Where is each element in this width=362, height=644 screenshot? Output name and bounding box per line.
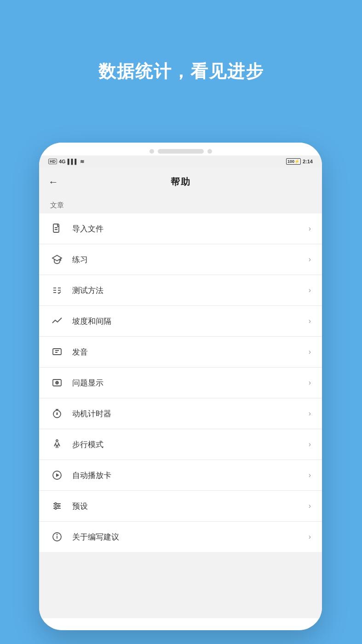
file-icon [50,222,64,236]
timer-icon [50,407,64,420]
header-title: 帮助 [171,176,191,188]
menu-item-walking-mode[interactable]: 步行模式 › [39,429,322,460]
walk-icon [50,437,64,451]
play-icon [50,468,64,482]
test-icon [50,283,64,297]
menu-item-motivation-timer[interactable]: 动机计时器 › [39,398,322,429]
menu-label-motivation-timer: 动机计时器 [72,408,309,419]
phone-sensor-dot [207,149,212,154]
time-display: 2:14 [303,159,313,164]
svg-point-24 [55,503,57,505]
info-icon [50,530,64,544]
sliders-icon [50,499,64,513]
arrow-icon: › [309,348,311,356]
signal-4g: 4G [59,159,66,164]
status-bar: HD 4G ▌▌▌ ≋ 100⚡ 2:14 [39,155,322,167]
arrow-icon: › [309,286,311,294]
app-content: ← 帮助 文章 导入文件 › [39,167,322,618]
section-label: 文章 [39,196,322,213]
menu-item-import-file[interactable]: 导入文件 › [39,213,322,244]
svg-point-18 [56,440,58,442]
svg-point-26 [55,507,57,509]
menu-label-presets: 预设 [72,501,309,512]
page-background: 数据统计，看见进步 HD 4G ▌▌▌ ≋ 100⚡ 2:14 [0,0,362,644]
menu-label-problem-display: 问题显示 [72,378,309,388]
phone-top-bar [39,143,322,155]
svg-rect-9 [53,349,61,355]
menu-label-slope-interval: 坡度和间隔 [72,316,309,327]
menu-label-practice: 练习 [72,254,309,265]
menu-label-writing-tips: 关于编写建议 [72,532,309,542]
menu-item-problem-display[interactable]: 问题显示 › [39,368,322,398]
status-right: 100⚡ 2:14 [286,158,313,165]
chart-icon [50,314,64,328]
arrow-icon: › [309,440,311,448]
svg-marker-20 [56,473,59,477]
arrow-icon: › [309,317,311,325]
arrow-icon: › [309,533,311,541]
svg-point-29 [57,535,57,535]
menu-item-test-method[interactable]: 测试方法 › [39,275,322,306]
menu-label-pronunciation: 发音 [72,347,309,357]
arrow-icon: › [309,224,311,233]
menu-item-slope-interval[interactable]: 坡度和间隔 › [39,306,322,337]
battery-indicator: 100⚡ [286,158,301,165]
page-title: 数据统计，看见进步 [0,0,362,83]
menu-list: 导入文件 › 练习 › 测试方法 › [39,213,322,552]
arrow-icon: › [309,255,311,264]
arrow-icon: › [309,409,311,418]
menu-label-test-method: 测试方法 [72,285,309,296]
graduation-icon [50,253,64,266]
phone-speaker [158,149,204,154]
status-left: HD 4G ▌▌▌ ≋ [48,159,84,165]
menu-item-auto-play[interactable]: 自动播放卡 › [39,460,322,491]
arrow-icon: › [309,502,311,510]
menu-item-writing-tips[interactable]: 关于编写建议 › [39,522,322,552]
menu-label-import-file: 导入文件 [72,224,309,234]
arrow-icon: › [309,379,311,387]
eye-icon [50,376,64,390]
chat-icon [50,345,64,359]
back-button[interactable]: ← [48,176,58,188]
phone-frame: HD 4G ▌▌▌ ≋ 100⚡ 2:14 ← 帮助 文章 [39,143,322,630]
menu-label-walking-mode: 步行模式 [72,439,309,450]
svg-rect-0 [53,224,59,232]
menu-label-auto-play: 自动播放卡 [72,470,309,481]
svg-point-17 [57,414,57,414]
signal-bars: ▌▌▌ [68,159,78,164]
app-header: ← 帮助 [39,167,322,196]
svg-point-12 [57,382,57,383]
menu-item-practice[interactable]: 练习 › [39,244,322,275]
arrow-icon: › [309,471,311,479]
hd-badge: HD [48,159,57,164]
phone-camera-dot [149,149,154,154]
menu-item-pronunciation[interactable]: 发音 › [39,337,322,368]
svg-point-25 [57,505,59,507]
menu-item-presets[interactable]: 预设 › [39,491,322,522]
wifi-icon: ≋ [80,159,84,165]
